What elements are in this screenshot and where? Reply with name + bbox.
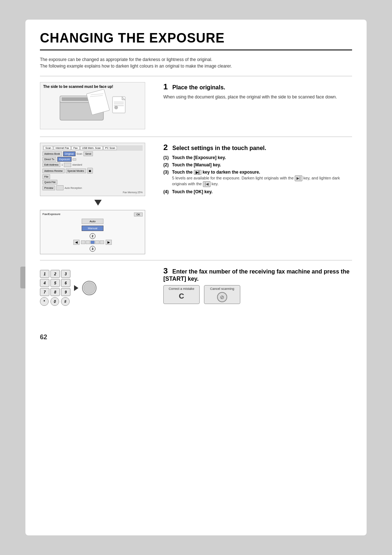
panel-row-2: Direct Tx Exposure <box>42 157 143 162</box>
num-key-1: 1 <box>40 270 49 278</box>
step-3-title: 3 Enter the fax number of the receiving … <box>163 266 352 282</box>
sub-steps: (1) Touch the [Exposure] key. (2) Touch … <box>163 155 352 194</box>
panel-row-1: Address Book Original Scan Send <box>42 151 143 156</box>
panel-input-field <box>64 163 71 167</box>
exp-manual-btn: Manual <box>82 226 103 231</box>
exp-slider-track <box>81 240 104 244</box>
steps-area: The side to be scanned must be face up! <box>40 76 352 315</box>
panel-scan-text: Scan <box>77 153 82 155</box>
panel-send-btn: Send <box>83 151 93 156</box>
exposure-panel: Fax/Exposure OK Auto Manual 2 ◀ <box>40 210 145 254</box>
sub-step-4: (4) Touch the [OK] key. <box>163 189 352 194</box>
panel-edit-address-btn: Edit Address <box>42 162 60 167</box>
panel-row-6: Quick File <box>42 180 143 185</box>
panel-row-5: File <box>42 174 143 179</box>
step-1-row: The side to be scanned must be face up! <box>40 76 352 137</box>
panel-top-bar: Scan Internet Fax Fax USB Mem. Scan PC S… <box>42 145 143 151</box>
panel-row-4: Address Review Special Modes ▣ <box>42 168 143 174</box>
exp-left-arrow-btn: ◀ <box>73 240 79 245</box>
step-1-right: 1 Place the originals. When using the do… <box>163 82 352 100</box>
panel-exposure-btn: Exposure <box>57 157 72 162</box>
seg-1 <box>81 240 85 244</box>
numpad: 1 2 3 4 5 6 7 8 9 * 0 # <box>40 270 70 306</box>
seg-2 <box>86 240 90 244</box>
svg-point-11 <box>114 106 118 109</box>
num-key-5: 5 <box>50 279 60 287</box>
panel-file-btn: File <box>42 174 50 179</box>
exp-ok-btn: OK <box>134 212 143 216</box>
correct-mistake-btn[interactable]: Correct a mistake C <box>163 285 200 304</box>
correct-btn-label: Correct a mistake <box>167 287 196 291</box>
tab-usb: USB Mem. Scan <box>80 146 103 150</box>
numpad-area: 1 2 3 4 5 6 7 8 9 * 0 # <box>40 266 156 309</box>
panel-original-btn: Original <box>63 151 75 156</box>
tab-internet-fax: Internet Fax <box>54 146 71 150</box>
seg-3 <box>90 240 95 244</box>
dark-key-icon-2: ▶| <box>295 175 302 181</box>
exposure-title-bar: Fax/Exposure OK <box>42 212 143 216</box>
cancel-icon: ⊘ <box>217 292 227 302</box>
num-key-2: 2 <box>50 270 60 278</box>
exp-right-arrow-btn: ▶ <box>106 240 112 245</box>
panel-diagram: Scan Internet Fax Fax USB Mem. Scan PC S… <box>40 143 145 196</box>
tab-pc-scan: PC Scan <box>103 146 117 150</box>
cancel-btn-label: Cancel scanning <box>207 287 237 291</box>
step-2-right: 2 Select settings in the touch panel. (1… <box>163 143 352 197</box>
panel-standard-label: standard <box>72 163 82 166</box>
num-key-9: 9 <box>61 288 70 296</box>
tab-fax: Fax <box>72 146 79 150</box>
num-key-7: 7 <box>40 288 49 296</box>
step-3-row: 1 2 3 4 5 6 7 8 9 * 0 # <box>40 260 352 315</box>
step-1-desc: When using the document glass, place the… <box>163 94 352 100</box>
num-key-4: 4 <box>40 279 49 287</box>
scanner-diagram: The side to be scanned must be face up! <box>40 82 145 129</box>
tab-scan: Scan <box>44 146 53 150</box>
num-key-8: 8 <box>50 288 60 296</box>
action-buttons: Correct a mistake C Cancel scanning ⊘ <box>163 285 352 304</box>
exp-slider-area: ◀ ▶ <box>42 240 143 245</box>
panel-auto-reception: Auto Reception <box>65 187 82 189</box>
panel-address-review-btn: Address Review <box>42 169 65 173</box>
panel-direct-tx-btn: Direct Tx <box>42 157 56 162</box>
step-3-left: 1 2 3 4 5 6 7 8 9 * 0 # <box>40 266 156 309</box>
seg-5 <box>100 240 104 244</box>
num-key-6: 6 <box>61 279 70 287</box>
panel-exposure-val-btn <box>73 158 76 161</box>
cancel-scanning-btn[interactable]: Cancel scanning ⊘ <box>204 285 240 304</box>
start-key-inner <box>83 282 95 294</box>
arrow-down-icon <box>94 200 102 206</box>
panel-quick-file-btn: Quick File <box>42 180 57 185</box>
page-tab <box>20 267 25 288</box>
light-key-icon: |◀ <box>203 181 211 187</box>
panel-row-3: Edit Address 1 standard <box>42 162 143 167</box>
step-3-right: 3 Enter the fax number of the receiving … <box>163 266 352 304</box>
dark-key-icon: ▶| <box>194 170 201 175</box>
panel-row-7: Preview Auto Reception <box>42 185 143 190</box>
num-key-hash: # <box>61 297 70 306</box>
step-1-title: 1 Place the originals. <box>163 82 352 92</box>
step-2-title: 2 Select settings in the touch panel. <box>163 143 352 152</box>
step-2-left: Scan Internet Fax Fax USB Mem. Scan PC S… <box>40 143 156 254</box>
step-1-left: The side to be scanned must be face up! <box>40 82 156 131</box>
panel-address-book-btn: Address Book <box>42 151 62 156</box>
sub-step-3: (3) Touch the ▶| key to darken the expos… <box>163 170 352 187</box>
scanner-svg <box>56 89 129 122</box>
sub-step-1: (1) Touch the [Exposure] key. <box>163 155 352 160</box>
correct-icon: C <box>167 292 196 300</box>
page-title: CHANGING THE EXPOSURE <box>40 31 352 50</box>
arrow-right-icon <box>74 285 78 291</box>
num-key-star: * <box>40 297 49 306</box>
panel-preview-icon <box>56 185 64 190</box>
scanner-label: The side to be scanned must be face up! <box>43 85 113 89</box>
label-2: 2 <box>90 233 95 239</box>
seg-4 <box>95 240 99 244</box>
intro-text: The exposure can be changed as appropria… <box>40 56 352 69</box>
sub-step-3-desc: 5 levels are available for the exposure.… <box>172 175 352 187</box>
panel-preview-btn: Preview <box>42 186 55 190</box>
step-2-row: Scan Internet Fax Fax USB Mem. Scan PC S… <box>40 137 352 260</box>
panel-num-label: 1 <box>61 163 63 166</box>
svg-rect-2 <box>62 97 91 101</box>
start-key <box>82 281 97 295</box>
sub-step-2: (2) Touch the [Manual] key. <box>163 162 352 167</box>
panel-special-modes-btn: Special Modes <box>66 169 86 173</box>
